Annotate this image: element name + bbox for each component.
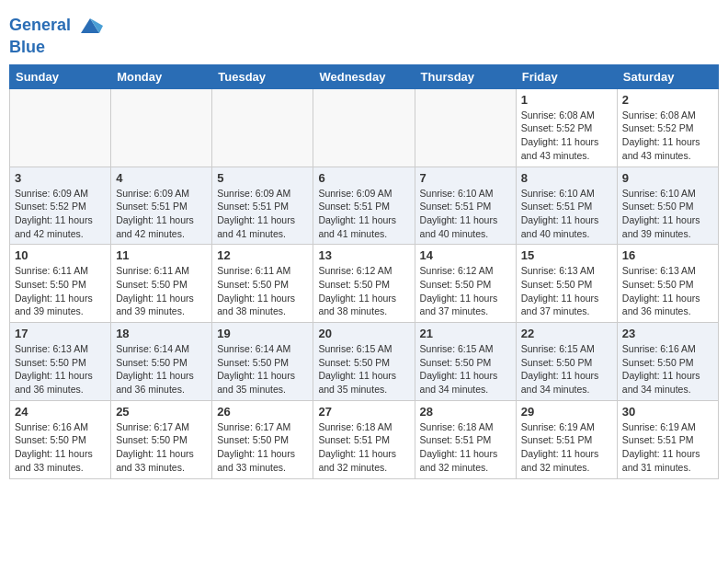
- logo: General Blue: [9, 13, 103, 57]
- calendar-cell: 27Sunrise: 6:18 AM Sunset: 5:51 PM Dayli…: [313, 400, 415, 478]
- day-number: 7: [420, 171, 511, 185]
- day-number: 8: [521, 171, 612, 185]
- calendar-cell: 14Sunrise: 6:12 AM Sunset: 5:50 PM Dayli…: [415, 245, 516, 323]
- calendar-cell: [415, 88, 516, 167]
- calendar-cell: 2Sunrise: 6:08 AM Sunset: 5:52 PM Daylig…: [617, 88, 718, 167]
- day-info: Sunrise: 6:09 AM Sunset: 5:52 PM Dayligh…: [15, 187, 106, 241]
- day-info: Sunrise: 6:19 AM Sunset: 5:51 PM Dayligh…: [521, 420, 612, 475]
- day-number: 29: [521, 405, 612, 419]
- day-number: 30: [622, 405, 713, 419]
- day-number: 5: [217, 171, 308, 185]
- calendar-cell: 4Sunrise: 6:09 AM Sunset: 5:51 PM Daylig…: [111, 167, 212, 245]
- day-info: Sunrise: 6:17 AM Sunset: 5:50 PM Dayligh…: [217, 420, 308, 475]
- day-info: Sunrise: 6:15 AM Sunset: 5:50 PM Dayligh…: [521, 342, 612, 396]
- weekday-header: Wednesday: [313, 64, 415, 88]
- day-number: 15: [521, 248, 612, 262]
- day-info: Sunrise: 6:14 AM Sunset: 5:50 PM Dayligh…: [217, 342, 308, 396]
- calendar-cell: [111, 88, 212, 167]
- calendar-cell: 8Sunrise: 6:10 AM Sunset: 5:51 PM Daylig…: [516, 167, 617, 245]
- calendar-cell: 9Sunrise: 6:10 AM Sunset: 5:50 PM Daylig…: [617, 167, 718, 245]
- day-info: Sunrise: 6:13 AM Sunset: 5:50 PM Dayligh…: [521, 264, 612, 318]
- day-number: 6: [318, 171, 409, 185]
- calendar-cell: 21Sunrise: 6:15 AM Sunset: 5:50 PM Dayli…: [415, 323, 516, 401]
- day-number: 9: [622, 171, 713, 185]
- calendar-cell: 23Sunrise: 6:16 AM Sunset: 5:50 PM Dayli…: [617, 323, 718, 401]
- calendar-cell: 29Sunrise: 6:19 AM Sunset: 5:51 PM Dayli…: [516, 400, 617, 478]
- day-number: 27: [318, 405, 409, 419]
- calendar-week-row: 1Sunrise: 6:08 AM Sunset: 5:52 PM Daylig…: [10, 88, 719, 167]
- day-number: 3: [15, 171, 106, 185]
- day-info: Sunrise: 6:19 AM Sunset: 5:51 PM Dayligh…: [622, 420, 713, 475]
- day-info: Sunrise: 6:13 AM Sunset: 5:50 PM Dayligh…: [622, 264, 713, 318]
- day-info: Sunrise: 6:08 AM Sunset: 5:52 PM Dayligh…: [622, 109, 713, 163]
- day-number: 4: [116, 171, 207, 185]
- calendar-cell: 11Sunrise: 6:11 AM Sunset: 5:50 PM Dayli…: [111, 245, 212, 323]
- calendar-cell: 30Sunrise: 6:19 AM Sunset: 5:51 PM Dayli…: [617, 400, 718, 478]
- weekday-header: Saturday: [617, 64, 718, 88]
- day-number: 20: [318, 327, 409, 340]
- weekday-header: Tuesday: [212, 64, 313, 88]
- weekday-header: Monday: [111, 64, 212, 88]
- day-info: Sunrise: 6:15 AM Sunset: 5:50 PM Dayligh…: [318, 342, 409, 396]
- calendar-cell: 3Sunrise: 6:09 AM Sunset: 5:52 PM Daylig…: [10, 167, 111, 245]
- day-info: Sunrise: 6:12 AM Sunset: 5:50 PM Dayligh…: [318, 264, 409, 318]
- weekday-header: Friday: [516, 64, 617, 88]
- page-header: General Blue: [9, 9, 719, 57]
- calendar-cell: 5Sunrise: 6:09 AM Sunset: 5:51 PM Daylig…: [212, 167, 313, 245]
- day-number: 26: [217, 405, 308, 419]
- day-info: Sunrise: 6:10 AM Sunset: 5:51 PM Dayligh…: [521, 187, 612, 241]
- day-info: Sunrise: 6:11 AM Sunset: 5:50 PM Dayligh…: [116, 264, 207, 318]
- calendar-cell: 24Sunrise: 6:16 AM Sunset: 5:50 PM Dayli…: [10, 400, 111, 478]
- day-number: 24: [15, 405, 106, 419]
- day-info: Sunrise: 6:16 AM Sunset: 5:50 PM Dayligh…: [15, 420, 106, 475]
- calendar-cell: 22Sunrise: 6:15 AM Sunset: 5:50 PM Dayli…: [516, 323, 617, 401]
- calendar-cell: 7Sunrise: 6:10 AM Sunset: 5:51 PM Daylig…: [415, 167, 516, 245]
- day-info: Sunrise: 6:11 AM Sunset: 5:50 PM Dayligh…: [15, 264, 106, 318]
- calendar-cell: 13Sunrise: 6:12 AM Sunset: 5:50 PM Dayli…: [313, 245, 415, 323]
- day-number: 14: [420, 248, 511, 262]
- calendar-cell: 15Sunrise: 6:13 AM Sunset: 5:50 PM Dayli…: [516, 245, 617, 323]
- day-info: Sunrise: 6:09 AM Sunset: 5:51 PM Dayligh…: [116, 187, 207, 241]
- calendar-cell: 1Sunrise: 6:08 AM Sunset: 5:52 PM Daylig…: [516, 88, 617, 167]
- logo-icon: [77, 13, 103, 39]
- logo-line1: General: [9, 13, 103, 39]
- calendar-cell: [212, 88, 313, 167]
- calendar-cell: 12Sunrise: 6:11 AM Sunset: 5:50 PM Dayli…: [212, 245, 313, 323]
- day-number: 2: [622, 93, 713, 107]
- calendar-cell: 26Sunrise: 6:17 AM Sunset: 5:50 PM Dayli…: [212, 400, 313, 478]
- calendar-cell: 19Sunrise: 6:14 AM Sunset: 5:50 PM Dayli…: [212, 323, 313, 401]
- calendar-cell: 20Sunrise: 6:15 AM Sunset: 5:50 PM Dayli…: [313, 323, 415, 401]
- day-number: 16: [622, 248, 713, 262]
- calendar-cell: [10, 88, 111, 167]
- day-info: Sunrise: 6:18 AM Sunset: 5:51 PM Dayligh…: [420, 420, 511, 475]
- calendar-table: SundayMondayTuesdayWednesdayThursdayFrid…: [9, 64, 719, 479]
- day-number: 13: [318, 248, 409, 262]
- weekday-header: Thursday: [415, 64, 516, 88]
- day-info: Sunrise: 6:14 AM Sunset: 5:50 PM Dayligh…: [116, 342, 207, 396]
- logo-line2: Blue: [9, 39, 103, 57]
- day-info: Sunrise: 6:13 AM Sunset: 5:50 PM Dayligh…: [15, 342, 106, 396]
- day-number: 23: [622, 327, 713, 340]
- calendar-cell: 10Sunrise: 6:11 AM Sunset: 5:50 PM Dayli…: [10, 245, 111, 323]
- day-number: 18: [116, 327, 207, 340]
- calendar-cell: [313, 88, 415, 167]
- day-number: 17: [15, 327, 106, 340]
- day-info: Sunrise: 6:15 AM Sunset: 5:50 PM Dayligh…: [420, 342, 511, 396]
- day-info: Sunrise: 6:17 AM Sunset: 5:50 PM Dayligh…: [116, 420, 207, 475]
- day-number: 28: [420, 405, 511, 419]
- day-number: 22: [521, 327, 612, 340]
- calendar-week-row: 3Sunrise: 6:09 AM Sunset: 5:52 PM Daylig…: [10, 167, 719, 245]
- day-info: Sunrise: 6:08 AM Sunset: 5:52 PM Dayligh…: [521, 109, 612, 163]
- day-number: 11: [116, 248, 207, 262]
- day-info: Sunrise: 6:16 AM Sunset: 5:50 PM Dayligh…: [622, 342, 713, 396]
- calendar-week-row: 10Sunrise: 6:11 AM Sunset: 5:50 PM Dayli…: [10, 245, 719, 323]
- day-number: 19: [217, 327, 308, 340]
- calendar-week-row: 24Sunrise: 6:16 AM Sunset: 5:50 PM Dayli…: [10, 400, 719, 478]
- day-info: Sunrise: 6:09 AM Sunset: 5:51 PM Dayligh…: [318, 187, 409, 241]
- calendar-cell: 17Sunrise: 6:13 AM Sunset: 5:50 PM Dayli…: [10, 323, 111, 401]
- day-number: 12: [217, 248, 308, 262]
- calendar-cell: 16Sunrise: 6:13 AM Sunset: 5:50 PM Dayli…: [617, 245, 718, 323]
- day-number: 25: [116, 405, 207, 419]
- calendar-cell: 25Sunrise: 6:17 AM Sunset: 5:50 PM Dayli…: [111, 400, 212, 478]
- day-info: Sunrise: 6:10 AM Sunset: 5:50 PM Dayligh…: [622, 187, 713, 241]
